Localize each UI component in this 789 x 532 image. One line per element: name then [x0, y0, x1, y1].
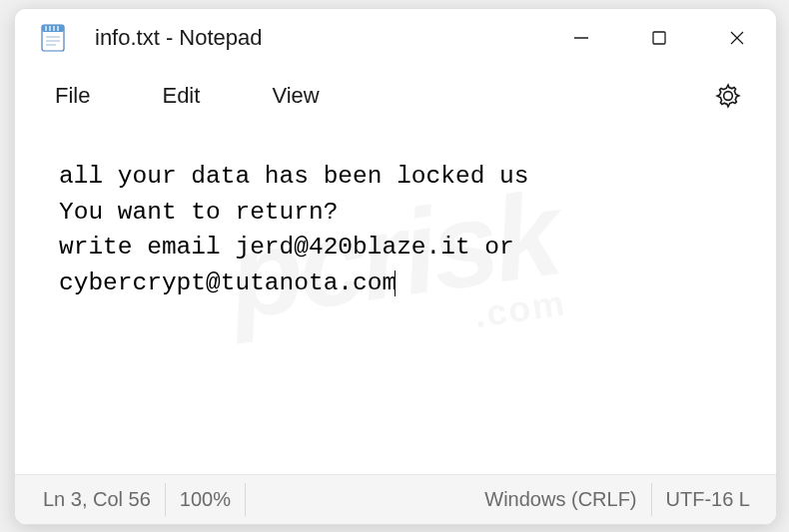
- maximize-button[interactable]: [620, 9, 698, 67]
- minimize-button[interactable]: [542, 9, 620, 67]
- status-eol: Windows (CRLF): [470, 483, 651, 516]
- status-zoom[interactable]: 100%: [166, 483, 246, 516]
- menubar: File Edit View: [15, 67, 776, 125]
- menu-edit[interactable]: Edit: [150, 77, 212, 115]
- settings-button[interactable]: [708, 76, 748, 116]
- gear-icon: [715, 83, 741, 109]
- window-title: info.txt - Notepad: [95, 25, 542, 51]
- close-button[interactable]: [698, 9, 776, 67]
- text-caret: [394, 270, 395, 296]
- menu-file[interactable]: File: [43, 77, 102, 115]
- svg-rect-10: [653, 32, 665, 44]
- statusbar: Ln 3, Col 56 100% Windows (CRLF) UTF-16 …: [15, 474, 776, 524]
- titlebar: info.txt - Notepad: [15, 9, 776, 67]
- status-encoding: UTF-16 L: [652, 483, 764, 516]
- status-position: Ln 3, Col 56: [27, 483, 166, 516]
- text-area[interactable]: all your data has been locked us You wan…: [15, 125, 776, 474]
- window-controls: [542, 9, 776, 67]
- notepad-window: info.txt - Notepad File Edit View all yo…: [14, 8, 777, 525]
- notepad-icon: [39, 24, 67, 52]
- menu-view[interactable]: View: [260, 77, 331, 115]
- document-text: all your data has been locked us You wan…: [59, 163, 528, 296]
- svg-rect-1: [42, 25, 64, 32]
